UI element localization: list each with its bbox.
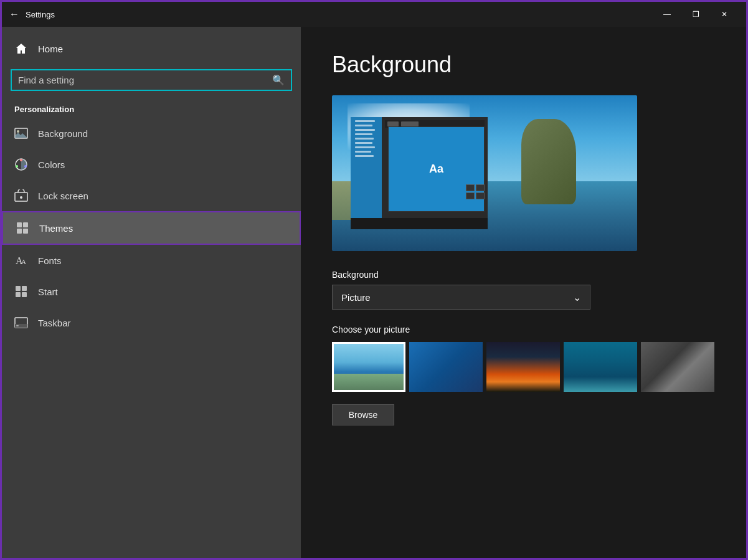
lockscreen-nav-label: Lock screen [38,191,88,201]
svg-point-6 [24,165,27,168]
svg-point-2 [17,130,19,133]
picture-thumb-3[interactable] [486,342,560,392]
home-icon [14,42,28,55]
browse-button[interactable]: Browse [332,404,394,425]
taskbar-nav-label: Taskbar [38,318,71,328]
themes-icon [16,221,29,235]
svg-rect-22 [16,325,19,326]
main-content: Background [301,27,746,558]
rock-formation [521,119,576,205]
svg-rect-11 [23,222,28,227]
svg-point-4 [20,159,22,161]
search-input[interactable] [18,75,272,85]
mockup-grid [466,184,485,199]
titlebar-controls: — ❒ ✕ [653,4,739,24]
sidebar-item-home[interactable]: Home [2,33,301,64]
start-icon [14,285,28,298]
app-body: Home 🔍 Personalization Background [2,27,746,558]
picture-thumb-1[interactable] [332,342,405,392]
thumb-windows-bg [409,342,483,392]
picture-thumb-5[interactable] [641,342,714,392]
desktop-mockup: Aa [351,117,488,229]
sidebar-item-colors[interactable]: Colors [2,149,301,180]
sidebar-item-themes[interactable]: Themes [2,211,301,245]
picture-grid [332,342,715,392]
svg-rect-18 [16,292,21,297]
sidebar-item-background[interactable]: Background [2,118,301,149]
thumb-sunset-bg [486,342,560,392]
background-setting-label: Background [332,270,715,280]
background-dropdown[interactable]: Picture ⌄ [332,285,590,310]
personalization-label: Personalization [2,98,301,118]
titlebar: ← Settings — ❒ ✕ [2,2,746,27]
picture-thumb-2[interactable] [409,342,483,392]
minimize-button[interactable]: — [653,4,681,24]
sidebar-item-taskbar[interactable]: Taskbar [2,307,301,338]
colors-nav-label: Colors [38,159,65,170]
home-label: Home [38,44,63,54]
search-icon: 🔍 [272,74,285,86]
page-title: Background [332,52,715,78]
background-nav-label: Background [38,128,88,139]
background-preview: Aa [332,95,637,251]
svg-point-9 [20,196,22,199]
thumb-beach-bg [334,344,404,390]
colors-icon [14,158,28,171]
svg-rect-16 [16,286,21,291]
thumb-underwater-bg [564,342,637,392]
titlebar-left: ← Settings [9,9,55,20]
svg-rect-12 [17,229,22,234]
svg-rect-13 [23,229,28,234]
search-box[interactable]: 🔍 [11,69,292,91]
app-title: Settings [26,10,55,19]
mockup-main: Aa [382,117,488,218]
svg-rect-17 [22,286,27,291]
taskbar-icon [14,316,28,330]
mockup-sidebar [351,117,382,218]
start-nav-label: Start [38,287,58,297]
fonts-nav-label: Fonts [38,255,62,266]
mockup-aa-text: Aa [429,163,443,176]
sidebar: Home 🔍 Personalization Background [2,27,301,558]
choose-picture-label: Choose your picture [332,325,715,335]
sidebar-item-fonts[interactable]: A A Fonts [2,245,301,276]
sidebar-item-start[interactable]: Start [2,276,301,307]
background-icon [14,126,28,140]
mockup-taskbar [351,218,488,229]
themes-nav-label: Themes [39,223,73,234]
svg-rect-10 [17,222,22,227]
chevron-down-icon: ⌄ [573,292,581,303]
sidebar-item-lockscreen[interactable]: Lock screen [2,180,301,211]
picture-thumb-4[interactable] [564,342,637,392]
lockscreen-icon [14,189,28,202]
thumb-rock-bg [641,342,714,392]
svg-rect-19 [22,292,27,297]
dropdown-value: Picture [341,292,371,303]
close-button[interactable]: ✕ [710,4,739,24]
maximize-button[interactable]: ❒ [681,4,710,24]
svg-text:A: A [21,258,26,265]
fonts-icon: A A [14,254,28,267]
back-icon[interactable]: ← [9,9,19,20]
svg-point-5 [16,165,18,168]
